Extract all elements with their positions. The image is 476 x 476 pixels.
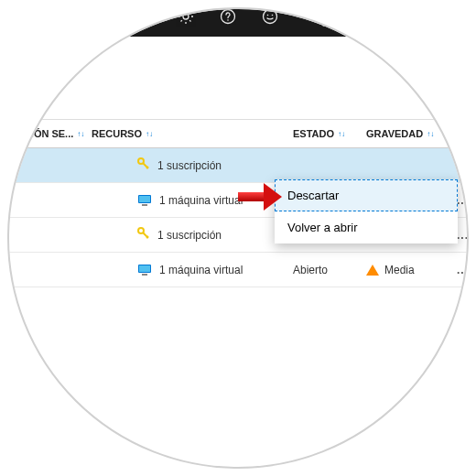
table-header-row: UACIÓN SE... ↑↓ RECURSO ↑↓ ESTADO ↑↓ GRA… bbox=[0, 119, 476, 148]
user-directory-label: DIRECTORIO P... bbox=[322, 20, 395, 29]
svg-rect-9 bbox=[139, 196, 150, 202]
column-header-situacion[interactable]: UACIÓN SE... ↑↓ bbox=[9, 128, 92, 139]
settings-gear-icon[interactable] bbox=[178, 8, 194, 28]
feedback-smile-icon[interactable] bbox=[262, 8, 278, 28]
context-menu: Descartar Volver a abrir bbox=[275, 179, 458, 243]
column-header-estado[interactable]: ESTADO ↑↓ bbox=[284, 128, 366, 139]
svg-rect-16 bbox=[238, 192, 264, 201]
resource-label: 1 máquina virtual bbox=[159, 264, 243, 276]
context-menu-item-descartar[interactable]: Descartar bbox=[275, 179, 458, 211]
svg-point-6 bbox=[272, 15, 274, 16]
help-icon[interactable] bbox=[220, 8, 236, 28]
column-header-label: GRAVEDAD bbox=[366, 128, 423, 139]
svg-point-0 bbox=[144, 20, 146, 23]
svg-point-4 bbox=[264, 10, 277, 24]
column-header-label: UACIÓN SE... bbox=[9, 128, 73, 139]
row-more-button[interactable]: ... bbox=[457, 264, 469, 276]
sort-icon: ↑↓ bbox=[338, 130, 345, 138]
svg-rect-14 bbox=[142, 274, 147, 276]
state-label: Abierto bbox=[293, 264, 328, 276]
svg-point-1 bbox=[183, 14, 189, 19]
column-header-recurso[interactable]: RECURSO ↑↓ bbox=[92, 128, 284, 139]
svg-rect-10 bbox=[142, 204, 147, 206]
callout-arrow-icon bbox=[238, 183, 282, 214]
row-more-button[interactable]: ... bbox=[457, 159, 469, 172]
svg-rect-13 bbox=[139, 265, 150, 272]
key-icon bbox=[137, 227, 150, 243]
svg-point-3 bbox=[227, 19, 229, 21]
resource-label: 1 suscripción bbox=[157, 229, 222, 242]
vm-icon bbox=[137, 194, 152, 207]
top-toolbar: solvetic DIRECTORIO P... bbox=[0, 0, 476, 37]
resource-label: 1 suscripción bbox=[157, 159, 222, 172]
sort-icon: ↑↓ bbox=[146, 130, 153, 138]
sort-icon: ↑↓ bbox=[427, 130, 434, 138]
row-more-button[interactable]: ... bbox=[457, 194, 469, 207]
context-menu-item-volver-abrir[interactable]: Volver a abrir bbox=[275, 211, 458, 243]
table-row[interactable]: 1 máquina virtual Abierto Media ... bbox=[0, 253, 476, 287]
sort-icon: ↑↓ bbox=[77, 130, 84, 138]
table-row[interactable]: 1 suscripción ... bbox=[0, 148, 476, 183]
column-header-gravedad[interactable]: GRAVEDAD ↑↓ bbox=[366, 128, 449, 139]
resource-label: 1 máquina virtual bbox=[159, 194, 243, 207]
column-header-label: RECURSO bbox=[92, 128, 142, 139]
notification-icon[interactable] bbox=[137, 9, 152, 27]
key-icon bbox=[137, 157, 150, 173]
user-name: solvetic bbox=[322, 7, 395, 19]
column-header-label: ESTADO bbox=[293, 128, 334, 139]
row-more-button[interactable]: ... bbox=[457, 229, 469, 242]
severity-medium-icon bbox=[366, 265, 379, 276]
svg-point-5 bbox=[267, 15, 269, 16]
severity-label: Media bbox=[384, 264, 415, 276]
vm-icon bbox=[137, 264, 152, 276]
user-account-block[interactable]: solvetic DIRECTORIO P... bbox=[322, 7, 395, 28]
